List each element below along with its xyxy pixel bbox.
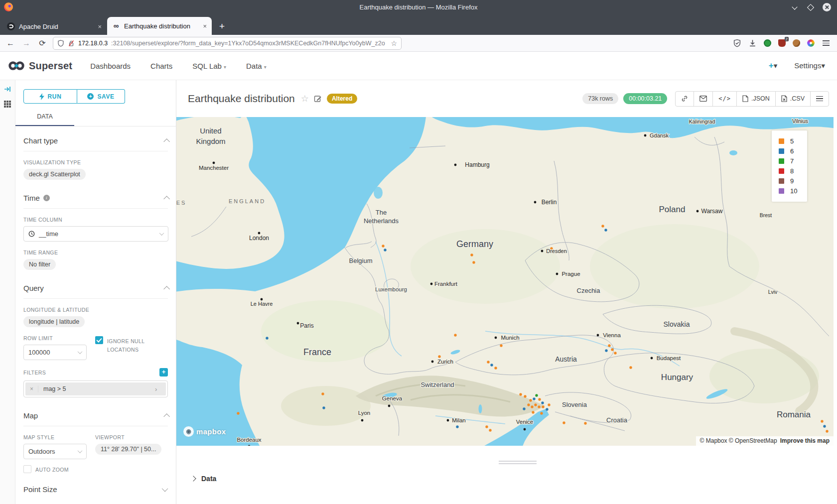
legend-item[interactable]: 7: [779, 157, 799, 165]
earthquake-point[interactable]: [490, 364, 493, 366]
earthquake-point[interactable]: [523, 407, 525, 410]
time-column-select[interactable]: __time: [23, 226, 168, 242]
earthquake-point[interactable]: [538, 398, 541, 400]
protections-shield-icon[interactable]: [733, 39, 741, 47]
tab-apache-druid[interactable]: Apache Druid ×: [2, 18, 107, 35]
copy-link-button[interactable]: [676, 92, 694, 106]
earthquake-point[interactable]: [454, 334, 456, 336]
earthquake-point[interactable]: [562, 421, 565, 424]
earthquake-point[interactable]: [604, 229, 607, 231]
favorite-star-icon[interactable]: ☆: [301, 93, 309, 104]
earthquake-point[interactable]: [321, 392, 324, 395]
earthquake-point[interactable]: [382, 245, 384, 247]
earthquake-point[interactable]: [614, 352, 616, 354]
export-json-button[interactable]: .JSON: [737, 92, 776, 106]
earthquake-point[interactable]: [533, 397, 535, 400]
window-minimize-button[interactable]: [792, 4, 798, 10]
email-button[interactable]: [694, 92, 713, 106]
row-limit-select[interactable]: 100000: [23, 345, 87, 360]
cookie-extension-icon[interactable]: [793, 39, 800, 47]
earthquake-point[interactable]: [532, 411, 534, 413]
tracking-shield-icon[interactable]: [57, 40, 64, 47]
settings-menu[interactable]: Settings▾: [794, 61, 825, 70]
earthquake-point[interactable]: [487, 361, 489, 363]
deckgl-map[interactable]: UnitedKingdomENGLANDESFranceTheNetherlan…: [176, 117, 834, 446]
earthquake-point[interactable]: [823, 425, 826, 427]
earthquake-point[interactable]: [519, 393, 522, 395]
legend-item[interactable]: 5: [779, 137, 799, 145]
new-item-button[interactable]: +▾: [769, 61, 777, 71]
earthquake-point[interactable]: [601, 225, 604, 227]
earthquake-point[interactable]: [438, 355, 440, 358]
mapbox-logo[interactable]: ◉ mapbox: [183, 426, 226, 437]
earthquake-point[interactable]: [531, 405, 533, 408]
export-csv-button[interactable]: .CSV: [776, 92, 811, 106]
earthquake-point[interactable]: [472, 261, 475, 263]
expand-panel-icon[interactable]: [3, 85, 11, 93]
embed-code-button[interactable]: </>: [713, 92, 737, 106]
filter-item[interactable]: × mag > 5 ›: [25, 382, 166, 395]
earthquake-point[interactable]: [384, 249, 386, 251]
url-bar[interactable]: 172.18.0.3:32108/superset/explore/?form_…: [53, 37, 402, 50]
earthquake-point[interactable]: [629, 366, 632, 369]
data-panel-toggle[interactable]: Data: [191, 475, 216, 483]
legend-item[interactable]: 10: [779, 187, 799, 195]
earthquake-point[interactable]: [538, 405, 540, 408]
section-point-size[interactable]: Point Size: [23, 485, 168, 500]
earthquake-point[interactable]: [540, 412, 543, 414]
reload-button[interactable]: ⟳: [37, 38, 48, 48]
earthquake-point[interactable]: [546, 408, 548, 410]
earthquake-point[interactable]: [826, 430, 828, 432]
legend-item[interactable]: 6: [779, 147, 799, 155]
earthquake-point[interactable]: [485, 425, 488, 428]
ublock-extension-icon[interactable]: [778, 39, 786, 47]
section-map[interactable]: Map: [23, 411, 168, 426]
window-maximize-button[interactable]: [807, 4, 814, 10]
tab-earthquake-distribution[interactable]: ∞ Earthquake distribution ×: [107, 17, 212, 35]
section-query[interactable]: Query: [23, 284, 168, 299]
earthquake-point[interactable]: [541, 401, 544, 404]
earthquake-point[interactable]: [821, 420, 823, 422]
nav-charts[interactable]: Charts: [150, 62, 172, 70]
edit-icon[interactable]: [314, 95, 322, 103]
info-icon[interactable]: i: [43, 195, 50, 201]
earthquake-point[interactable]: [456, 425, 458, 428]
add-filter-button[interactable]: +: [159, 368, 168, 377]
tab-close-icon[interactable]: ×: [98, 23, 102, 30]
lonlat-value[interactable]: longitude | latitude: [23, 316, 85, 327]
colorful-extension-icon[interactable]: [807, 39, 815, 47]
map-style-select[interactable]: Outdoors: [23, 444, 87, 459]
earthquake-point[interactable]: [529, 399, 532, 401]
earthquake-point[interactable]: [611, 348, 613, 351]
nav-dashboards[interactable]: Dashboards: [90, 62, 131, 70]
tab-close-icon[interactable]: ×: [203, 22, 207, 30]
downloads-icon[interactable]: [748, 39, 757, 47]
back-button[interactable]: ←: [5, 39, 16, 48]
save-button[interactable]: + SAVE: [77, 89, 125, 104]
extension-green-icon[interactable]: [764, 39, 771, 47]
bookmark-star-icon[interactable]: ☆: [391, 39, 397, 47]
earthquake-point[interactable]: [534, 403, 537, 406]
earthquake-point[interactable]: [524, 395, 526, 397]
earthquake-point[interactable]: [542, 405, 544, 408]
firefox-menu-icon[interactable]: [823, 43, 830, 44]
insecure-lock-icon[interactable]: [68, 40, 75, 47]
ignore-null-checkbox[interactable]: [95, 336, 103, 344]
earthquake-point[interactable]: [500, 344, 502, 347]
earthquake-point[interactable]: [237, 412, 239, 414]
auto-zoom-checkbox[interactable]: [23, 465, 31, 473]
legend-item[interactable]: 8: [779, 167, 799, 175]
section-chart-type[interactable]: Chart type: [23, 136, 168, 151]
legend-item[interactable]: 9: [779, 177, 799, 185]
earthquake-point[interactable]: [535, 394, 538, 396]
earthquake-point[interactable]: [489, 429, 491, 431]
earthquake-point[interactable]: [605, 349, 607, 352]
nav-sql-lab[interactable]: SQL Lab▾: [192, 62, 226, 70]
new-tab-button[interactable]: +: [212, 21, 232, 35]
earthquake-point[interactable]: [470, 253, 473, 256]
forward-button[interactable]: →: [21, 39, 32, 48]
viz-type-value[interactable]: deck.gl Scatterplot: [23, 169, 86, 180]
time-range-value[interactable]: No filter: [23, 259, 56, 270]
earthquake-point[interactable]: [322, 406, 325, 409]
viewport-value[interactable]: 11° 28' 29.70" | 50...: [95, 444, 161, 455]
